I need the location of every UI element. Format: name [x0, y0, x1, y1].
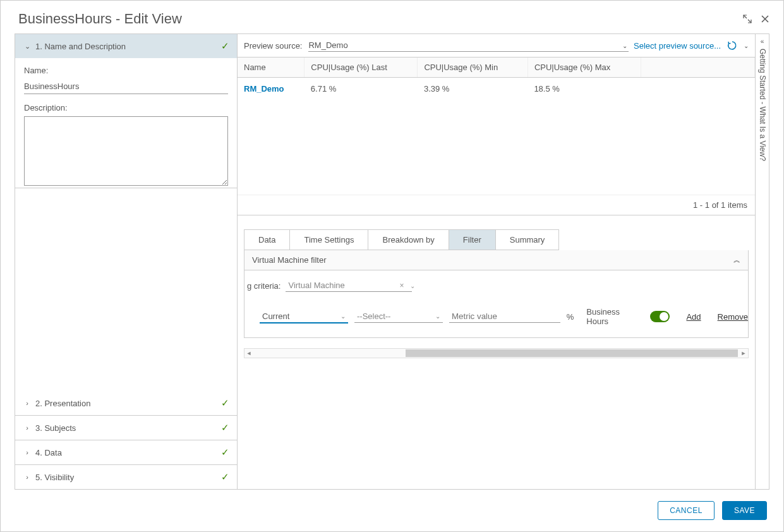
- name-input[interactable]: [24, 79, 228, 94]
- step-data: › 4. Data ✓: [15, 440, 237, 465]
- config-tabs: Data Time Settings Breakdown by Filter S…: [244, 229, 559, 250]
- col-cpu-min[interactable]: CPU|Usage (%) Min: [418, 57, 528, 78]
- criteria-select[interactable]: Virtual Machine: [286, 279, 412, 292]
- table-empty-space: [238, 100, 755, 195]
- business-hours-label: Business Hours: [586, 307, 643, 326]
- check-icon: ✓: [221, 471, 229, 483]
- chevron-down-icon: ⌄: [23, 42, 32, 51]
- scrollbar-thumb[interactable]: [406, 349, 738, 357]
- step-presentation: › 2. Presentation ✓: [15, 391, 237, 416]
- dialog-title: BusinessHours - Edit View: [18, 11, 734, 27]
- step-header-5[interactable]: › 5. Visibility ✓: [15, 465, 237, 489]
- tab-time-settings[interactable]: Time Settings: [290, 230, 368, 250]
- preview-table-wrap: Name CPU|Usage (%) Last CPU|Usage (%) Mi…: [238, 57, 755, 215]
- cell-cpu-min: 3.39 %: [418, 78, 528, 100]
- step-title-2: 2. Presentation: [35, 399, 221, 408]
- check-icon: ✓: [221, 40, 229, 52]
- add-link[interactable]: Add: [686, 312, 701, 322]
- help-rail: « Getting Started - What Is a View?: [755, 34, 769, 489]
- step-title-3: 3. Subjects: [35, 423, 221, 433]
- col-spacer: [641, 57, 755, 78]
- step-title-1: 1. Name and Description: [35, 42, 221, 51]
- time-scope-select[interactable]: Current ⌄: [260, 310, 348, 323]
- preview-source-value: RM_Demo: [308, 40, 347, 50]
- close-icon[interactable]: [761, 15, 769, 23]
- table-pagination: 1 - 1 of 1 items: [238, 195, 755, 215]
- col-cpu-max[interactable]: CPU|Usage (%) Max: [528, 57, 641, 78]
- dialog-body: ⌄ 1. Name and Description ✓ Name: Descri…: [15, 33, 769, 490]
- step-header-4[interactable]: › 4. Data ✓: [15, 440, 237, 464]
- chevron-down-icon[interactable]: ⌄: [744, 42, 749, 49]
- cell-cpu-last: 6.71 %: [305, 78, 418, 100]
- check-icon: ✓: [221, 447, 229, 458]
- chevron-down-icon: ⌄: [435, 313, 440, 320]
- filter-panel-header[interactable]: Virtual Machine filter ︽: [244, 250, 748, 270]
- tab-breakdown[interactable]: Breakdown by: [368, 230, 449, 250]
- cell-spacer: [641, 78, 755, 100]
- criteria-value: Virtual Machine: [288, 281, 344, 290]
- sidebar-spacer: [15, 188, 237, 391]
- remove-link[interactable]: Remove: [718, 312, 748, 322]
- tab-filter[interactable]: Filter: [449, 230, 496, 250]
- wizard-sidebar: ⌄ 1. Name and Description ✓ Name: Descri…: [15, 34, 238, 489]
- step-name-description: ⌄ 1. Name and Description ✓ Name: Descri…: [15, 34, 237, 188]
- edit-view-dialog: BusinessHours - Edit View ⌄ 1. Name and …: [0, 0, 784, 532]
- filter-panel-title: Virtual Machine filter: [252, 255, 733, 265]
- help-rail-title[interactable]: Getting Started - What Is a View?: [758, 49, 767, 161]
- scroll-right-icon[interactable]: ►: [739, 349, 748, 358]
- preview-source-select[interactable]: RM_Demo: [308, 39, 629, 52]
- time-scope-value: Current: [262, 311, 289, 321]
- chevron-right-icon: ›: [23, 473, 32, 481]
- select-preview-source-link[interactable]: Select preview source...: [634, 41, 721, 51]
- check-icon: ✓: [221, 422, 229, 433]
- chevron-left-icon[interactable]: «: [761, 38, 764, 45]
- col-name[interactable]: Name: [238, 57, 305, 78]
- business-hours-toggle[interactable]: [650, 311, 670, 322]
- save-button[interactable]: SAVE: [722, 501, 767, 520]
- filter-condition-row: Current ⌄ --Select-- ⌄ % Business Hours …: [244, 307, 748, 326]
- step-subjects: › 3. Subjects ✓: [15, 416, 237, 440]
- chevron-right-icon: ›: [23, 399, 32, 407]
- step-header-3[interactable]: › 3. Subjects ✓: [15, 416, 237, 440]
- step-title-4: 4. Data: [35, 448, 221, 457]
- collapse-icon[interactable]: ︽: [733, 255, 740, 265]
- chevron-right-icon: ›: [23, 449, 32, 456]
- dialog-header: BusinessHours - Edit View: [1, 1, 783, 33]
- toggle-knob: [660, 312, 668, 321]
- horizontal-scrollbar[interactable]: ◄ ►: [244, 348, 749, 358]
- step-title-5: 5. Visibility: [35, 473, 221, 482]
- step-visibility: › 5. Visibility ✓: [15, 465, 237, 489]
- tab-summary[interactable]: Summary: [496, 230, 559, 250]
- filter-panel-body: g criteria: Virtual Machine × ⌄ Current …: [244, 270, 748, 337]
- chevron-right-icon: ›: [23, 424, 32, 432]
- percent-label: %: [567, 312, 574, 322]
- chevron-down-icon: ⌄: [341, 313, 346, 320]
- metric-value-input[interactable]: [449, 310, 560, 323]
- check-icon: ✓: [221, 397, 229, 409]
- criteria-label: g criteria:: [247, 281, 280, 291]
- scroll-left-icon[interactable]: ◄: [244, 349, 253, 358]
- preview-source-label: Preview source:: [244, 41, 302, 51]
- description-textarea[interactable]: [24, 116, 228, 186]
- metric-select[interactable]: --Select-- ⌄: [354, 310, 443, 323]
- refresh-icon[interactable]: [727, 40, 737, 51]
- filter-panel: Virtual Machine filter ︽ g criteria: Vir…: [244, 250, 749, 338]
- criteria-row: g criteria: Virtual Machine × ⌄: [244, 279, 748, 292]
- step-header-2[interactable]: › 2. Presentation ✓: [15, 391, 237, 415]
- cell-name[interactable]: RM_Demo: [238, 78, 305, 100]
- step-header-1[interactable]: ⌄ 1. Name and Description ✓: [15, 34, 237, 58]
- step-body-1: Name: Description:: [15, 58, 237, 188]
- dialog-footer: CANCEL SAVE: [1, 490, 783, 531]
- name-label: Name:: [24, 66, 228, 75]
- table-row[interactable]: RM_Demo 6.71 % 3.39 % 18.5 %: [238, 78, 755, 100]
- preview-table: Name CPU|Usage (%) Last CPU|Usage (%) Mi…: [238, 57, 755, 195]
- preview-source-bar: Preview source: RM_Demo ⌄ Select preview…: [238, 34, 755, 57]
- description-label: Description:: [24, 103, 228, 112]
- main-panel: Preview source: RM_Demo ⌄ Select preview…: [238, 34, 755, 489]
- cell-cpu-max: 18.5 %: [528, 78, 641, 100]
- col-cpu-last[interactable]: CPU|Usage (%) Last: [305, 57, 418, 78]
- tab-data[interactable]: Data: [244, 230, 290, 250]
- expand-icon[interactable]: [743, 15, 752, 23]
- cancel-button[interactable]: CANCEL: [658, 501, 715, 520]
- metric-select-placeholder: --Select--: [357, 311, 390, 321]
